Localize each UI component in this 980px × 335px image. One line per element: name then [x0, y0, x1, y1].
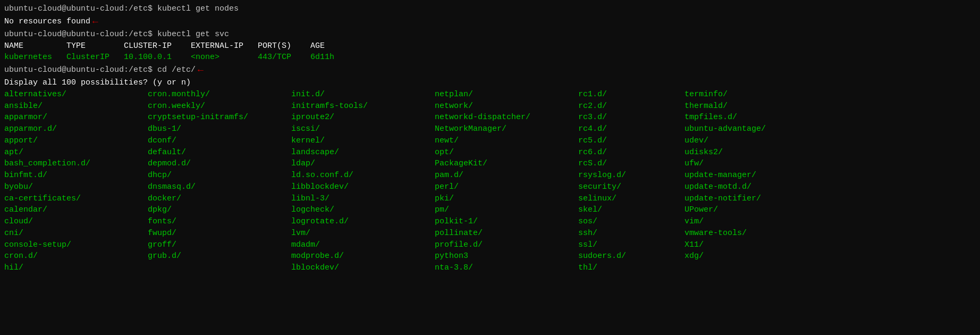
- terminal-line-4: NAME TYPE CLUSTER-IP EXTERNAL-IP PORT(S)…: [4, 40, 976, 52]
- dir-cell: terminfo/: [685, 89, 807, 100]
- dir-cell: udev/: [685, 135, 807, 147]
- dir-cell: apparmor/: [4, 112, 148, 123]
- dir-cell: vim/: [685, 216, 807, 228]
- dir-cell: PackageKit/: [435, 158, 578, 170]
- dir-cell: ansible/: [4, 100, 148, 112]
- terminal-line-5: kubernetes ClusterIP 10.100.0.1 <none> 4…: [4, 52, 976, 63]
- dir-cell: ld.so.conf.d/: [291, 170, 435, 181]
- dir-cell: xdg/: [685, 250, 807, 262]
- dir-cell: update-notifier/: [685, 193, 807, 205]
- dir-cell: NetworkManager/: [435, 123, 578, 135]
- prompt-2: ubuntu-cloud@ubuntu-cloud:/etc$: [4, 29, 153, 40]
- dir-cell: cron.d/: [4, 250, 148, 262]
- dir-cell: network/: [435, 100, 578, 112]
- dir-cell: netplan/: [435, 89, 578, 100]
- dir-cell: dbus-1/: [148, 123, 291, 135]
- dir-cell: rc5.d/: [578, 135, 685, 147]
- dir-cell: vmware-tools/: [685, 228, 807, 239]
- dir-cell: ubuntu-advantage/: [685, 123, 807, 135]
- dir-cell: cloud/: [4, 216, 148, 228]
- dir-cell: sos/: [578, 216, 685, 228]
- dir-cell: polkit-1/: [435, 216, 578, 228]
- dir-cell: console-setup/: [4, 239, 148, 251]
- terminal-window: ubuntu-cloud@ubuntu-cloud:/etc$ kubectl …: [0, 0, 980, 335]
- dir-cell: rc2.d/: [578, 100, 685, 112]
- dir-cell: UPower/: [685, 204, 807, 216]
- dir-cell: logrotate.d/: [291, 216, 435, 228]
- dir-cell: docker/: [148, 193, 291, 205]
- dir-cell: iscsi/: [291, 123, 435, 135]
- arrow-2: ←: [198, 63, 204, 77]
- dir-cell: groff/: [148, 239, 291, 251]
- dir-cell: libblockdev/: [291, 181, 435, 193]
- dir-cell: ca-certificates/: [4, 193, 148, 205]
- dir-cell: kernel/: [291, 135, 435, 147]
- dir-cell: apport/: [4, 135, 148, 147]
- dir-cell: networkd-dispatcher/: [435, 112, 578, 123]
- dir-cell: skel/: [578, 204, 685, 216]
- terminal-line-1: ubuntu-cloud@ubuntu-cloud:/etc$ kubectl …: [4, 3, 976, 15]
- prompt-1: ubuntu-cloud@ubuntu-cloud:/etc$: [4, 3, 153, 15]
- dir-cell: rc4.d/: [578, 123, 685, 135]
- terminal-line-2: No resources found←: [4, 15, 976, 29]
- dir-cell: dconf/: [148, 135, 291, 147]
- dir-cell: mdadm/: [291, 239, 435, 251]
- dir-cell: logcheck/: [291, 204, 435, 216]
- cmd-3: cd /etc/: [153, 64, 196, 76]
- dir-cell: init.d/: [291, 89, 435, 100]
- dir-cell: libnl-3/: [291, 193, 435, 205]
- dir-cell: selinux/: [578, 193, 685, 205]
- cmd-2: kubectl get svc: [153, 29, 229, 40]
- dir-cell: default/: [148, 147, 291, 158]
- dir-cell: profile.d/: [435, 239, 578, 251]
- dir-cell: cron.weekly/: [148, 100, 291, 112]
- dir-cell: alternatives/: [4, 89, 148, 100]
- dir-cell: tmpfiles.d/: [685, 112, 807, 123]
- dir-cell: cron.monthly/: [148, 89, 291, 100]
- dir-cell: dhcp/: [148, 170, 291, 181]
- dir-cell-partial: [685, 262, 807, 274]
- output-no-resources: No resources found: [4, 16, 90, 28]
- svc-headers: NAME TYPE CLUSTER-IP EXTERNAL-IP PORT(S)…: [4, 40, 325, 52]
- dir-cell: newt/: [435, 135, 578, 147]
- dir-cell: ldap/: [291, 158, 435, 170]
- dir-cell: dpkg/: [148, 204, 291, 216]
- dir-cell: rc3.d/: [578, 112, 685, 123]
- dir-cell: initramfs-tools/: [291, 100, 435, 112]
- dir-cell: apt/: [4, 147, 148, 158]
- dir-cell: X11/: [685, 239, 807, 251]
- dir-cell: pki/: [435, 193, 578, 205]
- dir-cell: update-motd.d/: [685, 181, 807, 193]
- dir-cell: modprobe.d/: [291, 250, 435, 262]
- dir-cell: cryptsetup-initramfs/: [148, 112, 291, 123]
- dir-cell: pollinate/: [435, 228, 578, 239]
- dir-cell: security/: [578, 181, 685, 193]
- dir-cell: update-manager/: [685, 170, 807, 181]
- dir-cell-partial: thl/: [578, 262, 685, 274]
- dir-cell: sudoers.d/: [578, 250, 685, 262]
- dir-cell: rc6.d/: [578, 147, 685, 158]
- dir-cell: lvm/: [291, 228, 435, 239]
- terminal-line-3: ubuntu-cloud@ubuntu-cloud:/etc$ kubectl …: [4, 29, 976, 40]
- output-possibilities: Display all 100 possibilities? (y or n): [4, 77, 191, 89]
- directory-listing: alternatives/ cron.monthly/ init.d/ netp…: [4, 89, 976, 274]
- dir-cell: depmod.d/: [148, 158, 291, 170]
- dir-cell: perl/: [435, 181, 578, 193]
- dir-cell-partial: lblockdev/: [291, 262, 435, 274]
- dir-cell: grub.d/: [148, 250, 291, 262]
- dir-cell: dnsmasq.d/: [148, 181, 291, 193]
- svc-row: kubernetes ClusterIP 10.100.0.1 <none> 4…: [4, 52, 334, 63]
- dir-cell: pam.d/: [435, 170, 578, 181]
- dir-cell: fwupd/: [148, 228, 291, 239]
- dir-cell: rcS.d/: [578, 158, 685, 170]
- dir-cell: iproute2/: [291, 112, 435, 123]
- dir-cell: udisks2/: [685, 147, 807, 158]
- dir-cell: fonts/: [148, 216, 291, 228]
- arrow-1: ←: [92, 15, 98, 29]
- dir-cell: binfmt.d/: [4, 170, 148, 181]
- dir-cell: python3: [435, 250, 578, 262]
- dir-cell: ssh/: [578, 228, 685, 239]
- dir-cell: thermald/: [685, 100, 807, 112]
- terminal-line-6: ubuntu-cloud@ubuntu-cloud:/etc$ cd /etc/…: [4, 63, 976, 77]
- dir-cell: ssl/: [578, 239, 685, 251]
